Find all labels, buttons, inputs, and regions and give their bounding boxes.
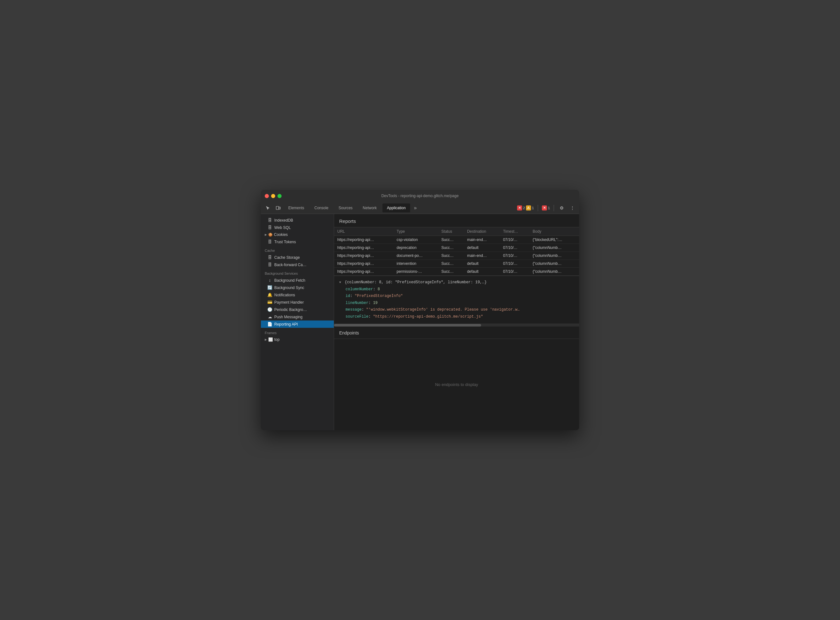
more-tabs-button[interactable]: » — [412, 204, 419, 212]
sidebar-item-frames-top[interactable]: ▶ ⬜ top — [261, 336, 334, 343]
error2-count: 1 — [548, 206, 550, 210]
json-key: sourceFile — [345, 315, 368, 319]
json-key: columnNumber — [345, 287, 373, 292]
cell-type: permissions-… — [394, 268, 439, 276]
json-line-2: id: "PrefixedStorageInfo" — [339, 293, 574, 300]
toolbar: Elements Console Sources Network Applica… — [261, 202, 579, 214]
sidebar-item-label: Trust Tokens — [274, 240, 296, 244]
cell-destination: main-end… — [464, 252, 500, 260]
cell-body: {"columnNumb… — [529, 268, 579, 276]
json-summary: {columnNumber: 8, id: "PrefixedStorageIn… — [345, 280, 487, 284]
sidebar-item-periodic-bg[interactable]: 🕐 Periodic Backgro… — [261, 306, 334, 313]
json-key: id — [345, 294, 350, 298]
sidebar-item-label: Background Fetch — [274, 278, 305, 283]
sidebar-item-bg-fetch[interactable]: ↕ Background Fetch — [261, 277, 334, 284]
sidebar-item-back-forward[interactable]: 🗄 Back-forward Ca… — [261, 261, 334, 268]
maximize-button[interactable] — [277, 194, 282, 198]
endpoints-empty-state: No endpoints to display — [334, 339, 579, 430]
sidebar: 🗄 IndexedDB 🗄 Web SQL ▶ 🍪 Cookies 🗄 Trus… — [261, 214, 334, 430]
cell-type: csp-violation — [394, 236, 439, 244]
main-layout: 🗄 IndexedDB 🗄 Web SQL ▶ 🍪 Cookies 🗄 Trus… — [261, 214, 579, 430]
error-badge: ✕ 2 ⚠ 1 — [517, 205, 534, 211]
reports-table: URL Type Status Destination Timest… Body… — [334, 227, 579, 276]
sidebar-item-bg-sync[interactable]: 🔄 Background Sync — [261, 284, 334, 291]
table-row[interactable]: https://reporting-api…csp-violationSucc…… — [334, 236, 579, 244]
minimize-button[interactable] — [271, 194, 275, 198]
sidebar-item-cookies[interactable]: ▶ 🍪 Cookies — [261, 231, 334, 238]
sidebar-item-cache-storage[interactable]: 🗄 Cache Storage — [261, 254, 334, 261]
cell-body: {"blockedURL":… — [529, 236, 579, 244]
table-row[interactable]: https://reporting-api…permissions-…Succ…… — [334, 268, 579, 276]
sidebar-item-payment-handler[interactable]: 💳 Payment Handler — [261, 299, 334, 306]
sidebar-item-label: Background Sync — [274, 286, 304, 290]
table-row[interactable]: https://reporting-api…document-po…Succ…m… — [334, 252, 579, 260]
sidebar-item-label: Cache Storage — [274, 255, 300, 260]
cell-destination: main-end… — [464, 236, 500, 244]
more-options-button[interactable]: ⋮ — [568, 204, 576, 212]
bg-sync-icon: 🔄 — [267, 285, 272, 290]
json-key: lineNumber — [345, 301, 368, 305]
sidebar-item-trust-tokens[interactable]: 🗄 Trust Tokens — [261, 238, 334, 245]
col-header-body: Body — [529, 227, 579, 236]
cell-timestamp: 07/10/… — [500, 244, 529, 252]
sidebar-item-label: Push Messaging — [274, 315, 303, 319]
json-line-1: columnNumber: 8 — [339, 286, 574, 293]
sidebar-item-label: Periodic Backgro… — [274, 307, 307, 312]
sidebar-item-label: Cookies — [274, 232, 288, 237]
cell-type: deprecation — [394, 244, 439, 252]
sidebar-item-websql[interactable]: 🗄 Web SQL — [261, 224, 334, 231]
table-row[interactable]: https://reporting-api…interventionSucc…d… — [334, 260, 579, 268]
reporting-api-icon: 📄 — [267, 322, 272, 327]
col-header-destination: Destination — [464, 227, 500, 236]
sidebar-item-label: IndexedDB — [274, 218, 293, 223]
tab-elements[interactable]: Elements — [284, 203, 309, 212]
title-bar: DevTools - reporting-api-demo.glitch.me/… — [261, 190, 579, 202]
back-forward-icon: 🗄 — [267, 262, 272, 267]
json-summary-line: ▼ {columnNumber: 8, id: "PrefixedStorage… — [339, 279, 574, 286]
close-button[interactable] — [265, 194, 269, 198]
table-row[interactable]: https://reporting-api…deprecationSucc…de… — [334, 244, 579, 252]
json-arrow-icon: ▼ — [339, 281, 341, 284]
settings-icon-button[interactable]: ⚙ — [558, 204, 566, 212]
inspect-icon-button[interactable] — [264, 204, 272, 212]
json-value: 19 — [373, 301, 377, 305]
tab-network[interactable]: Network — [358, 203, 381, 212]
horizontal-scrollbar[interactable] — [334, 324, 579, 327]
cell-body: {"columnNumb… — [529, 260, 579, 268]
reports-section-header: Reports — [334, 214, 579, 227]
sidebar-item-label: Web SQL — [274, 226, 291, 230]
tab-console[interactable]: Console — [310, 203, 333, 212]
push-messaging-icon: ☁ — [267, 315, 272, 319]
sidebar-item-indexeddb[interactable]: 🗄 IndexedDB — [261, 217, 334, 224]
cell-type: document-po… — [394, 252, 439, 260]
col-header-url: URL — [334, 227, 394, 236]
cell-destination: default — [464, 244, 500, 252]
cache-storage-icon: 🗄 — [267, 255, 272, 260]
svg-rect-1 — [279, 207, 281, 209]
error-badge-2: ✕ 1 — [542, 205, 550, 211]
tab-application[interactable]: Application — [383, 203, 410, 212]
traffic-lights — [265, 194, 282, 198]
content-area: Reports URL Type Status Destination Time… — [334, 214, 579, 430]
cell-body: {"columnNumb… — [529, 252, 579, 260]
cell-timestamp: 07/10/… — [500, 252, 529, 260]
cell-status: Succ… — [438, 244, 464, 252]
sidebar-item-reporting-api[interactable]: 📄 Reporting API — [261, 321, 334, 328]
sidebar-item-push-messaging[interactable]: ☁ Push Messaging — [261, 313, 334, 321]
scrollbar-thumb[interactable] — [334, 324, 481, 327]
tab-sources[interactable]: Sources — [334, 203, 357, 212]
frames-arrow-icon: ▶ — [265, 338, 267, 341]
json-line-3: lineNumber: 19 — [339, 300, 574, 307]
arrow-icon: ▶ — [265, 233, 267, 236]
cell-url: https://reporting-api… — [334, 236, 394, 244]
periodic-bg-icon: 🕐 — [267, 307, 272, 312]
json-line-4: message: "'window.webkitStorageInfo' is … — [339, 307, 574, 313]
sidebar-item-notifications[interactable]: 🔔 Notifications — [261, 291, 334, 299]
toolbar-right: ✕ 2 ⚠ 1 ✕ 1 ⚙ ⋮ — [517, 204, 576, 212]
svg-rect-0 — [276, 206, 279, 209]
cell-status: Succ… — [438, 260, 464, 268]
json-value: "PrefixedStorageInfo" — [355, 294, 403, 298]
bg-services-section-label: Background Services — [261, 268, 334, 277]
payment-handler-icon: 💳 — [267, 300, 272, 305]
device-toolbar-button[interactable] — [274, 204, 282, 212]
